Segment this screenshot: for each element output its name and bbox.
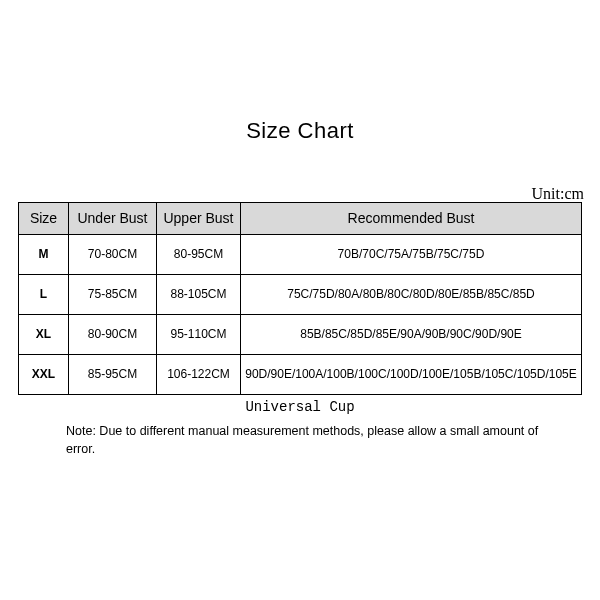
table-header-row: Size Under Bust Upper Bust Recommended B… [19,203,582,235]
table-row: XL 80-90CM 95-110CM 85B/85C/85D/85E/90A/… [19,315,582,355]
chart-title: Size Chart [0,118,600,144]
cell-upper: 95-110CM [157,315,241,355]
unit-label: Unit:cm [532,185,584,203]
cell-under: 80-90CM [69,315,157,355]
table-row: L 75-85CM 88-105CM 75C/75D/80A/80B/80C/8… [19,275,582,315]
cell-size: L [19,275,69,315]
size-table: Size Under Bust Upper Bust Recommended B… [18,202,582,395]
cell-under: 70-80CM [69,235,157,275]
cell-upper: 88-105CM [157,275,241,315]
table-row: M 70-80CM 80-95CM 70B/70C/75A/75B/75C/75… [19,235,582,275]
cell-under: 85-95CM [69,355,157,395]
cell-rec: 85B/85C/85D/85E/90A/90B/90C/90D/90E [241,315,582,355]
cell-upper: 106-122CM [157,355,241,395]
cell-rec: 75C/75D/80A/80B/80C/80D/80E/85B/85C/85D [241,275,582,315]
size-table-wrap: Size Under Bust Upper Bust Recommended B… [18,202,582,458]
cell-upper: 80-95CM [157,235,241,275]
cell-size: XL [19,315,69,355]
cell-rec: 90D/90E/100A/100B/100C/100D/100E/105B/10… [241,355,582,395]
cell-size: M [19,235,69,275]
measurement-note: Note: Due to different manual measuremen… [38,423,562,458]
table-caption: Universal Cup [18,399,582,415]
header-upper-bust: Upper Bust [157,203,241,235]
header-under-bust: Under Bust [69,203,157,235]
table-row: XXL 85-95CM 106-122CM 90D/90E/100A/100B/… [19,355,582,395]
cell-size: XXL [19,355,69,395]
header-size: Size [19,203,69,235]
cell-under: 75-85CM [69,275,157,315]
header-recommended: Recommended Bust [241,203,582,235]
cell-rec: 70B/70C/75A/75B/75C/75D [241,235,582,275]
